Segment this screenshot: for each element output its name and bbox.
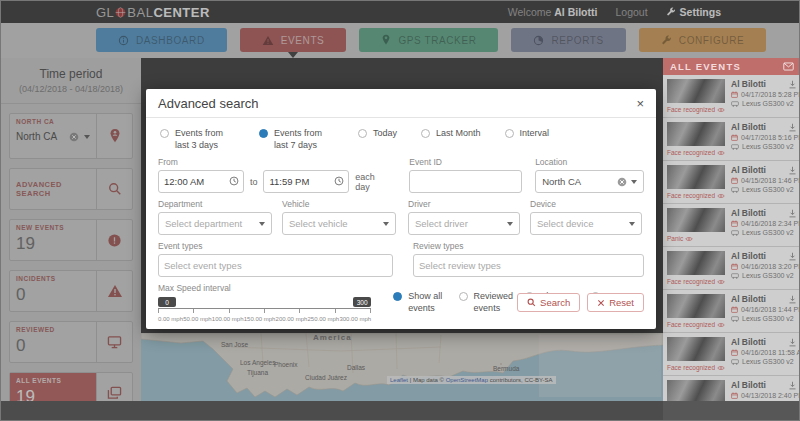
app-logo: GL BALCENTER xyxy=(96,5,210,20)
radio-events-last-7-days[interactable]: Events from last 7 days xyxy=(259,128,334,151)
event-list-item[interactable]: Face recognized Al Bilotti 04/15/2018 1:… xyxy=(663,161,800,204)
clear-circle-icon[interactable] xyxy=(617,177,627,187)
download-icon[interactable] xyxy=(788,209,797,218)
review-types-input[interactable] xyxy=(413,254,644,277)
speed-slider[interactable]: 0 300 xyxy=(158,296,371,309)
vehicle-select[interactable]: Select vehicle xyxy=(282,212,396,235)
event-list-item[interactable]: Face recognized Al Bilotti 04/17/2018 5:… xyxy=(663,118,800,161)
event-list-item[interactable]: Face recognized Al Bilotti 04/16/2018 11… xyxy=(663,333,800,376)
event-thumbnail[interactable] xyxy=(667,337,725,361)
warning-triangle-icon xyxy=(262,35,274,46)
radio-interval[interactable]: Interval xyxy=(505,128,550,151)
logo-text-gl: GL xyxy=(96,5,114,20)
tick-label: 0.00 mph xyxy=(158,316,183,322)
all-events-panel: ALL EVENTS Face recognized Al Bilotti 0 xyxy=(663,58,800,401)
radio-events-last-3-days[interactable]: Events from last 3 days xyxy=(160,128,235,151)
download-icon[interactable] xyxy=(788,123,797,132)
each-day-label: each day xyxy=(355,172,389,192)
to-label: to xyxy=(250,177,258,187)
map-land xyxy=(141,333,663,401)
device-select[interactable]: Select device xyxy=(530,212,642,235)
event-list-item[interactable]: Face recognized Al Bilotti 04/13/2018 2:… xyxy=(663,376,800,401)
event-thumbnail[interactable] xyxy=(667,165,725,189)
chevron-down-icon[interactable] xyxy=(84,135,90,139)
time-from-input[interactable] xyxy=(158,170,244,193)
tab-reports[interactable]: REPORTS xyxy=(511,28,625,52)
sidebar-card-new-events[interactable]: NEW EVENTS 19 xyxy=(9,219,133,261)
calendar-icon xyxy=(731,91,738,98)
globe-icon xyxy=(115,7,126,18)
event-tag-label: Face recognized xyxy=(667,364,715,371)
event-list-item[interactable]: Face recognized Al Bilotti 04/16/2018 1:… xyxy=(663,290,800,333)
logo-text-center: CENTER xyxy=(153,5,209,20)
department-select[interactable]: Select department xyxy=(158,212,272,235)
dashboard-icon xyxy=(118,35,129,46)
event-thumbnail[interactable] xyxy=(667,79,725,103)
settings-link[interactable]: Settings xyxy=(666,6,721,18)
event-thumbnail[interactable] xyxy=(667,294,725,318)
sidebar-card-reviewed[interactable]: REVIEWED 0 xyxy=(9,321,133,363)
tick-label: 50.00 mph xyxy=(183,316,211,322)
driver-select[interactable]: Select driver xyxy=(408,212,520,235)
map-attribution: Leaflet | Map data © OpenStreetMap contr… xyxy=(387,376,556,384)
chevron-down-icon xyxy=(629,222,635,226)
tick-label: 150.00 mph xyxy=(244,316,276,322)
event-list-item[interactable]: Panic Al Bilotti 04/16/2018 2:34 PM Lexu… xyxy=(663,204,800,247)
calendar-icon xyxy=(731,349,738,356)
time-to-input[interactable] xyxy=(263,170,349,193)
slider-max-handle[interactable]: 300 xyxy=(353,297,371,307)
leaflet-link[interactable]: Leaflet xyxy=(390,377,408,383)
download-icon[interactable] xyxy=(788,295,797,304)
sidebar-card-advanced-search[interactable]: ADVANCED SEARCH xyxy=(9,168,133,210)
all-events-label: ALL EVENTS xyxy=(16,377,90,384)
tab-events[interactable]: EVENTS xyxy=(240,28,347,52)
radio-last-month[interactable]: Last Month xyxy=(421,128,481,151)
tab-gps-tracker[interactable]: GPS TRACKER xyxy=(359,28,498,52)
event-types-input[interactable] xyxy=(158,254,393,277)
event-id-input[interactable] xyxy=(409,170,522,193)
location-select-value[interactable]: North CA xyxy=(16,131,57,142)
clear-circle-icon[interactable] xyxy=(69,132,79,142)
period-radio-group: Events from last 3 days Events from last… xyxy=(160,128,644,151)
tab-dashboard[interactable]: DASHBOARD xyxy=(96,28,227,52)
search-button[interactable]: Search xyxy=(517,293,580,312)
sidebar-card-incidents[interactable]: INCIDENTS 0 xyxy=(9,270,133,312)
radio-show-all-events[interactable]: Show all events xyxy=(393,291,446,322)
eye-icon xyxy=(717,107,725,113)
event-driver-name: Al Bilotti xyxy=(731,79,787,89)
event-thumbnail[interactable] xyxy=(667,380,725,401)
slider-min-handle[interactable]: 0 xyxy=(158,297,176,307)
calendar-icon xyxy=(731,177,738,184)
logout-link[interactable]: Logout xyxy=(615,6,647,18)
welcome-text: Welcome Al Bilotti xyxy=(508,6,598,18)
tab-configure[interactable]: CONFIGURE xyxy=(639,28,766,52)
event-vehicle: Lexus GS300 v2 xyxy=(742,100,794,107)
close-icon[interactable]: × xyxy=(636,97,644,110)
radio-icon xyxy=(358,129,367,138)
radio-reviewed-events[interactable]: Reviewed events xyxy=(459,291,514,322)
event-thumbnail[interactable] xyxy=(667,251,725,275)
location-select[interactable]: North CA xyxy=(535,170,644,193)
radio-icon xyxy=(160,129,169,138)
map[interactable]: America San Jose Los Angeles Phoenix Tij… xyxy=(141,333,663,401)
radio-today[interactable]: Today xyxy=(358,128,397,151)
sidebar-card-location[interactable]: NORTH CA North CA xyxy=(9,113,133,159)
event-list-item[interactable]: Face recognized Al Bilotti 04/17/2018 5:… xyxy=(663,75,800,118)
osm-link[interactable]: OpenStreetMap xyxy=(446,377,488,383)
envelope-icon[interactable] xyxy=(783,62,794,71)
reset-button[interactable]: Reset xyxy=(587,293,644,312)
download-icon[interactable] xyxy=(788,381,797,390)
max-speed-label: Max Speed interval xyxy=(158,283,371,293)
download-icon[interactable] xyxy=(788,338,797,347)
event-tag-label: Face recognized xyxy=(667,106,715,113)
map-label-ciudad-juarez: Ciudad Juárez xyxy=(305,374,347,381)
event-thumbnail[interactable] xyxy=(667,208,725,232)
download-icon[interactable] xyxy=(788,252,797,261)
wrench-icon xyxy=(666,7,676,17)
event-list-item[interactable]: Face recognized Al Bilotti 04/16/2018 3:… xyxy=(663,247,800,290)
tick-label: 250.00 mph xyxy=(308,316,340,322)
download-icon[interactable] xyxy=(788,166,797,175)
event-thumbnail[interactable] xyxy=(667,122,725,146)
event-date: 04/13/2018 2:40 PM xyxy=(741,392,800,399)
download-icon[interactable] xyxy=(788,80,797,89)
